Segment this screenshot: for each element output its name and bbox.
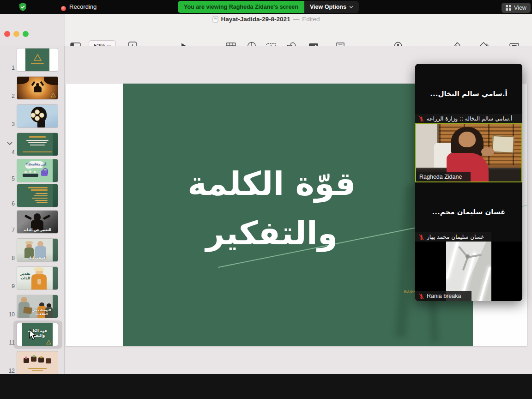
recording-label: Recording [69,3,97,10]
slide-number: 5 [6,175,15,182]
meeting-control-bar: ! Audio Start Video Participants 68 Chat [0,374,532,399]
keynote-toolbar: Hayat-Jadida-29-8-2021 — Edited View 53%… [0,14,532,46]
participant-display-name: ...غسان سليمان محم [415,208,522,216]
slide-thumbnail-row: 2 [0,77,65,99]
slide-thumbnail-1[interactable] [17,48,58,71]
participant-name-label: Rania breaka [415,291,472,301]
slide-number: 7 [6,227,15,233]
participant-tile-ragheda[interactable]: Ragheda Zidane [415,123,522,182]
participant-name-label: أ.سامي سالم النخالة :: وزارة الزراعة [415,114,522,123]
muted-mic-icon [418,234,424,240]
video-panel[interactable]: ...أ.سامي سالم النخال أ.سامي سالم النخال… [415,64,522,301]
slide-thumbnail-row: 3 [0,105,65,127]
participant-name-label: غسان سليمان محمد بهار [415,232,491,242]
participant-name-text: Rania breaka [427,293,461,299]
mouse-cursor [29,329,38,340]
view-layout-button[interactable]: View [502,3,531,13]
edited-badge: Edited [302,16,320,23]
slide-number: 11 [6,339,15,346]
thumb9-caption: تقدير الذات [19,272,32,281]
muted-mic-icon [418,116,424,122]
slide-thumbnail-row: 6 [0,184,65,207]
meeting-top-bar: Recording You are viewing Ragheda Zidane… [0,0,532,14]
slide-title[interactable]: قوّة الكلمة والتفكير [146,159,398,258]
slide-thumbnail-10[interactable]: التوقعات في العلاقات [17,295,58,318]
recording-indicator-icon [61,6,66,11]
slide-number: 12 [6,368,15,374]
thumb7-caption: التعبير عن الذات [17,228,58,232]
thumb8-caption: اعرف ذاتك [17,256,58,260]
grid-view-icon [506,5,511,11]
slide-number: 6 [6,200,15,207]
slide-thumbnail-row: 1 [0,48,65,71]
slide-thumbnail-3[interactable] [17,105,58,127]
slide-thumbnail-row: 7 التعبير عن الذات [0,211,65,233]
screen-share-banner-text: You are viewing Ragheda Zidane's screen [178,1,304,13]
window-close-button[interactable] [4,31,10,37]
slide-thumbnail-row: 12 [0,351,65,374]
slide-number: 10 [6,311,15,318]
thumb10-caption: التوقعات في العلاقات [31,308,52,316]
window-minimize-button[interactable] [13,31,19,37]
chevron-down-icon [349,6,353,8]
encryption-shield-icon[interactable] [18,2,27,12]
slide-thumbnail-row: 9 تقدير الذات [0,267,65,290]
slide-thumbnail-row: 4 [0,133,65,156]
participant-name-text: Ragheda Zidane [419,174,462,180]
slide-thumbnail-row: 8 اعرف ذاتك [0,239,65,261]
slide-number: 4 [6,149,15,156]
slide-number: 8 [6,255,15,261]
document-titlebar: Hayat-Jadida-29-8-2021 — Edited [0,16,532,23]
slide-title-line1: قوّة الكلمة [146,159,398,209]
slide-navigator: 1 2 3 [0,46,65,374]
slide-number: 3 [6,121,15,127]
slide-thumbnail-7[interactable]: التعبير عن الذات [17,211,58,233]
participant-tile-rania[interactable]: Rania breaka [415,242,522,301]
slide-thumbnail-5[interactable]: أين مفاتيحك؟ [17,159,58,182]
document-proxy-icon [212,16,218,23]
participant-tile-sami[interactable]: ...أ.سامي سالم النخال أ.سامي سالم النخال… [415,64,522,123]
slide-thumbnail-row: 10 التوقعات في العلاقات [0,295,65,318]
muted-mic-icon [418,293,424,299]
slide-title-line2: والتفكير [146,209,398,258]
slide-number: 2 [6,93,15,99]
thumb5-caption: أين مفاتيحك؟ [25,163,47,166]
participant-name-text: أ.سامي سالم النخالة :: وزارة الزراعة [427,115,512,122]
slide-thumbnail-4[interactable] [17,133,58,156]
participant-tile-ghassan[interactable]: ...غسان سليمان محم غسان سليمان محمد بهار [415,182,522,242]
title-separator: — [293,16,300,23]
slide-thumbnail-2[interactable] [17,77,58,99]
participant-name-label: Ragheda Zidane [416,172,471,181]
slide-thumbnail-9[interactable]: تقدير الذات [17,267,58,290]
slide-thumbnail-12[interactable] [17,351,58,374]
document-title: Hayat-Jadida-29-8-2021 [221,16,290,23]
collapse-chevron-icon[interactable] [6,141,13,145]
slide-number: 9 [6,283,15,290]
slide-number: 1 [6,65,15,71]
slide-thumbnail-6[interactable] [17,184,58,207]
participant-display-name: ...أ.سامي سالم النخال [415,90,522,98]
view-options-label: View Options [310,1,346,13]
view-options-button[interactable]: View Options [304,1,359,13]
participant-name-text: غسان سليمان محمد بهار [427,234,484,240]
view-button-label: View [514,5,526,11]
window-zoom-button[interactable] [23,31,29,37]
screen-share-banner: You are viewing Ragheda Zidane's screen … [178,1,359,13]
slide-thumbnail-row: 5 أين مفاتيحك؟ [0,159,65,182]
screen: Recording You are viewing Ragheda Zidane… [0,0,532,399]
slide-thumbnail-8[interactable]: اعرف ذاتك [17,239,58,261]
